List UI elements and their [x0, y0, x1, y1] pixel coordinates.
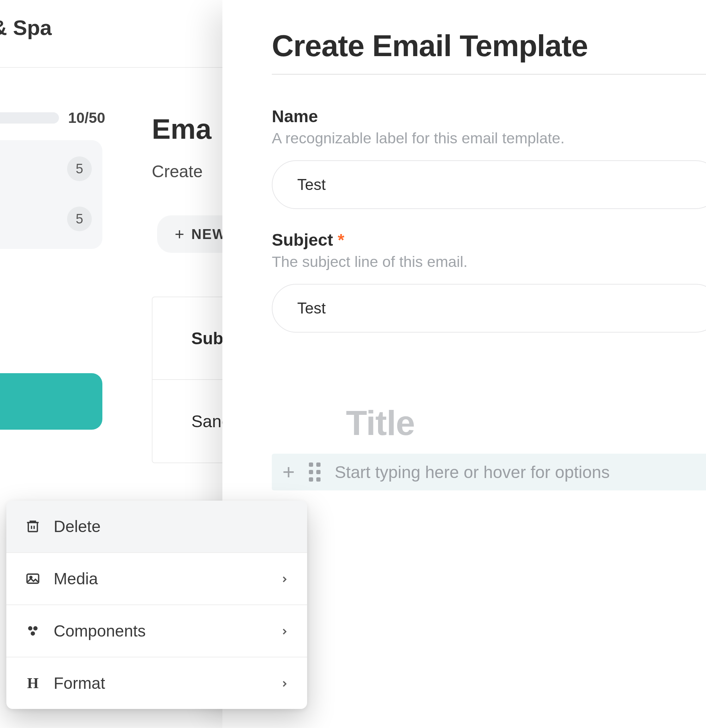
editor-body-line[interactable]: + Start typing here or hover for options: [272, 454, 706, 490]
panel-title: Create Email Template: [272, 28, 706, 63]
svg-point-5: [31, 631, 35, 636]
svg-point-4: [33, 626, 38, 631]
heading-icon: H: [24, 675, 42, 692]
menu-item-media[interactable]: Media: [6, 553, 307, 605]
subject-label: Subject *: [272, 230, 706, 250]
sidebar-active-item[interactable]: [0, 373, 103, 430]
menu-item-components[interactable]: Components: [6, 605, 307, 657]
sidebar-badge-2: 5: [67, 207, 92, 231]
name-input[interactable]: [272, 160, 706, 209]
subject-label-text: Subject: [272, 231, 333, 249]
progress-track: [0, 112, 59, 124]
svg-rect-0: [28, 523, 38, 532]
editor-title-placeholder[interactable]: Title: [272, 403, 706, 443]
editor-area[interactable]: Title + Start typing here or hover for o…: [272, 403, 706, 490]
menu-item-format-label: Format: [53, 674, 105, 693]
subject-field-block: Subject * The subject line of this email…: [272, 230, 706, 332]
add-block-icon[interactable]: +: [282, 461, 295, 482]
name-field-block: Name A recognizable label for this email…: [272, 107, 706, 209]
progress-label: 10/50: [68, 110, 105, 126]
chevron-right-icon: [280, 674, 289, 693]
menu-item-delete-label: Delete: [53, 517, 101, 536]
drag-handle-icon[interactable]: [309, 462, 321, 482]
menu-item-delete[interactable]: Delete: [6, 501, 307, 553]
new-button-label: NEW: [191, 226, 226, 242]
required-asterisk: *: [338, 231, 345, 249]
chevron-right-icon: [280, 621, 289, 640]
chevron-right-icon: [280, 569, 289, 588]
svg-rect-1: [27, 574, 39, 583]
name-label: Name: [272, 107, 706, 126]
progress-bar: 10/50: [0, 110, 105, 126]
context-menu[interactable]: Delete Media Components H Format: [6, 501, 307, 709]
plus-icon: +: [175, 225, 185, 244]
sidebar-divider: [0, 67, 247, 68]
subject-help: The subject line of this email.: [272, 253, 706, 270]
menu-item-format[interactable]: H Format: [6, 657, 307, 709]
sidebar-nav-card: 5 5: [0, 140, 103, 249]
editor-body-placeholder[interactable]: Start typing here or hover for options: [335, 462, 610, 482]
svg-point-3: [28, 626, 32, 631]
trash-icon: [24, 517, 42, 535]
components-icon: [24, 622, 42, 640]
panel-divider: [272, 74, 706, 75]
name-help: A recognizable label for this email temp…: [272, 130, 706, 147]
sidebar-badge-1: 5: [67, 156, 92, 181]
image-icon: [24, 570, 42, 588]
menu-item-components-label: Components: [53, 621, 146, 640]
subject-input[interactable]: [272, 284, 706, 332]
org-name-fragment: ort & Spa: [0, 16, 52, 40]
menu-item-media-label: Media: [53, 569, 98, 588]
